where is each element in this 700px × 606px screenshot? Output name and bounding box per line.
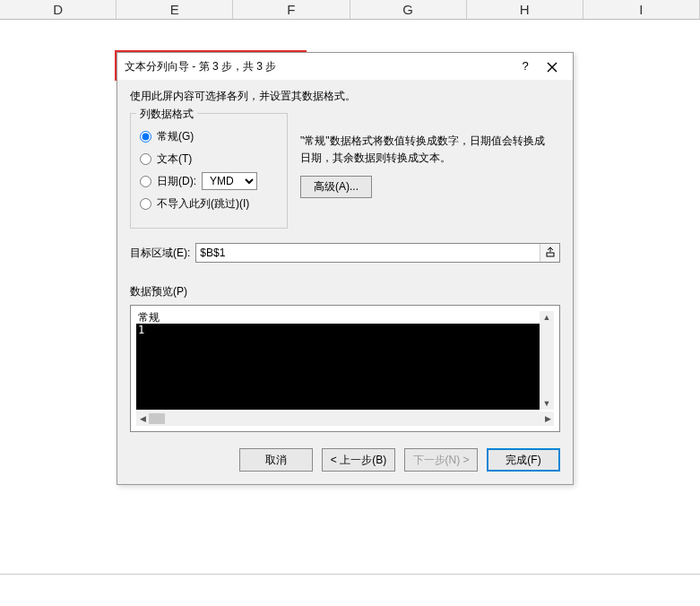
scroll-right-icon[interactable]: ▶ [541, 414, 554, 423]
close-icon [547, 62, 557, 73]
wizard-hint: 使用此屏内容可选择各列，并设置其数据格式。 [130, 89, 560, 104]
col-header[interactable]: G [350, 0, 467, 19]
advanced-button[interactable]: 高级(A)... [300, 176, 372, 198]
collapse-dialog-icon [545, 247, 556, 258]
radio-date-label[interactable]: 日期(D): [157, 174, 196, 189]
col-header[interactable]: H [467, 0, 583, 19]
cancel-button[interactable]: 取消 [239, 448, 313, 472]
dialog-title: 文本分列向导 - 第 3 步，共 3 步 [125, 59, 512, 74]
radio-skip[interactable] [140, 198, 151, 210]
preview-box: 常规 1 ▲ ▼ ◀ ▶ [130, 305, 560, 432]
preview-vscroll[interactable]: ▲ ▼ [540, 311, 554, 410]
destination-field-wrap [195, 243, 560, 263]
format-description: "常规"数据格式将数值转换成数字，日期值会转换成日期，其余数据则转换成文本。 [300, 133, 551, 167]
preview-column-header[interactable]: 常规 [136, 311, 540, 324]
radio-general[interactable] [140, 131, 151, 143]
preview-data-area: 1 [136, 324, 540, 410]
back-button[interactable]: < 上一步(B) [322, 448, 395, 472]
scroll-down-icon[interactable]: ▼ [540, 397, 554, 410]
col-header[interactable]: F [233, 0, 350, 19]
scroll-up-icon[interactable]: ▲ [540, 311, 554, 324]
preview-hscroll[interactable]: ◀ ▶ [136, 411, 554, 426]
destination-label: 目标区域(E): [130, 246, 190, 261]
preview-label: 数据预览(P) [130, 284, 560, 299]
close-button[interactable] [539, 56, 566, 76]
date-format-select[interactable]: YMD [202, 172, 257, 190]
col-header[interactable]: E [117, 0, 233, 19]
radio-skip-label[interactable]: 不导入此列(跳过)(I) [157, 196, 249, 212]
grid-line [0, 574, 700, 575]
radio-date[interactable] [140, 176, 151, 187]
hscroll-track[interactable] [149, 413, 541, 424]
hscroll-thumb[interactable] [149, 413, 165, 424]
scroll-left-icon[interactable]: ◀ [136, 414, 149, 423]
dialog-titlebar: 文本分列向导 - 第 3 步，共 3 步 ? [117, 53, 573, 80]
format-description-block: "常规"数据格式将数值转换成数字，日期值会转换成日期，其余数据则转换成文本。 高… [300, 113, 551, 198]
range-picker-button[interactable] [540, 244, 559, 262]
destination-input[interactable] [196, 244, 540, 262]
format-legend: 列数据格式 [136, 107, 197, 122]
column-data-format-group: 列数据格式 常规(G) 文本(T) 日期(D): YMD 不导入此列(跳过)(I… [130, 113, 288, 229]
radio-text[interactable] [140, 153, 151, 165]
col-header[interactable]: D [0, 0, 117, 19]
text-to-columns-dialog: 文本分列向导 - 第 3 步，共 3 步 ? 使用此屏内容可选择各列，并设置其数… [117, 52, 574, 485]
radio-text-label[interactable]: 文本(T) [157, 152, 192, 167]
next-button: 下一步(N) > [404, 448, 478, 472]
help-button[interactable]: ? [512, 56, 539, 76]
svg-rect-3 [547, 253, 554, 256]
column-headers: D E F G H I [0, 0, 700, 20]
preview-row: 1 [138, 324, 540, 336]
radio-general-label[interactable]: 常规(G) [157, 129, 194, 144]
col-header[interactable]: I [583, 0, 700, 19]
finish-button[interactable]: 完成(F) [487, 448, 560, 472]
